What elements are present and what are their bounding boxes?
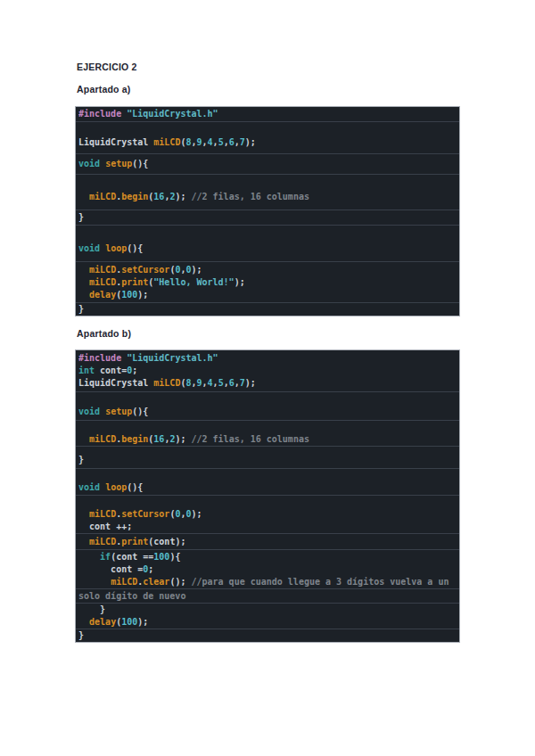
code-row: } <box>76 446 459 468</box>
code-line: } <box>78 604 457 616</box>
code-line: void setup(){ <box>78 406 457 418</box>
code-line: miLCD.setCursor(0,0); <box>78 264 457 276</box>
code-line: } <box>78 454 457 466</box>
exercise-heading: EJERCICIO 2 <box>77 62 137 72</box>
code-line: void loop(){ <box>78 481 457 494</box>
code-row: if(cont ==100){ cont =0; miLCD.clear(); … <box>76 549 459 588</box>
section-a-label: Apartado a) <box>77 84 131 94</box>
code-line: } <box>78 303 457 316</box>
code-line <box>78 469 457 481</box>
code-line <box>78 178 457 191</box>
code-line: int cont=0; <box>78 365 457 377</box>
code-line: #include "LiquidCrystal.h" <box>78 352 457 365</box>
code-row: } delay(100); <box>76 603 459 629</box>
code-line: miLCD.print(cont); <box>78 536 457 548</box>
code-row: void setup(){ <box>76 391 459 420</box>
code-line <box>78 230 457 242</box>
code-line: cont =0; <box>78 563 457 576</box>
code-line: miLCD.begin(16,2); //2 filas, 16 columna… <box>78 191 457 203</box>
code-row: miLCD.print(cont); <box>76 533 459 549</box>
code-line: cont ++; <box>78 521 457 533</box>
code-row: miLCD.begin(16,2); //2 filas, 16 columna… <box>76 420 459 446</box>
code-line <box>78 393 457 406</box>
document-page: EJERCICIO 2 Apartado a) #include "Liquid… <box>0 0 535 756</box>
code-row: void loop(){ <box>76 468 459 495</box>
code-line: solo dígito de nuevo <box>78 590 457 603</box>
code-row: miLCD.setCursor(0,0); cont ++; <box>76 495 459 533</box>
code-line: #include "LiquidCrystal.h" <box>78 108 457 120</box>
code-row: } <box>76 629 459 642</box>
code-row: miLCD.begin(16,2); //2 filas, 16 columna… <box>76 174 459 210</box>
code-line: delay(100); <box>78 616 457 629</box>
code-line: miLCD.clear(); //para que cuando llegue … <box>78 576 457 588</box>
code-row: void setup(){ <box>76 153 459 174</box>
code-row: miLCD.setCursor(0,0); miLCD.print("Hello… <box>76 261 459 302</box>
code-row: #include "LiquidCrystal.h"int cont=0;Liq… <box>76 350 459 391</box>
code-line <box>78 124 457 136</box>
code-line: if(cont ==100){ <box>78 551 457 563</box>
code-block-a: #include "LiquidCrystal.h" LiquidCrystal… <box>75 106 460 316</box>
code-line: } <box>78 629 457 642</box>
code-line: } <box>78 211 457 224</box>
code-line: miLCD.print("Hello, World!"); <box>78 276 457 289</box>
section-b-label: Apartado b) <box>77 328 131 339</box>
code-line: miLCD.setCursor(0,0); <box>78 508 457 521</box>
code-line: void loop(){ <box>78 242 457 255</box>
code-line <box>78 421 457 433</box>
code-row: } <box>76 210 459 225</box>
code-block-b: #include "LiquidCrystal.h"int cont=0;Liq… <box>75 349 460 643</box>
code-row: void loop(){ <box>76 225 459 261</box>
code-line: LiquidCrystal miLCD(8,9,4,5,6,7); <box>78 136 457 149</box>
code-row: LiquidCrystal miLCD(8,9,4,5,6,7); <box>76 121 459 153</box>
code-row: #include "LiquidCrystal.h" <box>76 107 459 121</box>
code-line: void setup(){ <box>78 158 457 170</box>
code-line: miLCD.begin(16,2); //2 filas, 16 columna… <box>78 433 457 446</box>
code-line: delay(100); <box>78 289 457 301</box>
code-line <box>78 496 457 508</box>
code-line: LiquidCrystal miLCD(8,9,4,5,6,7); <box>78 377 457 390</box>
code-row: solo dígito de nuevo <box>76 588 459 603</box>
code-row: } <box>76 302 459 316</box>
